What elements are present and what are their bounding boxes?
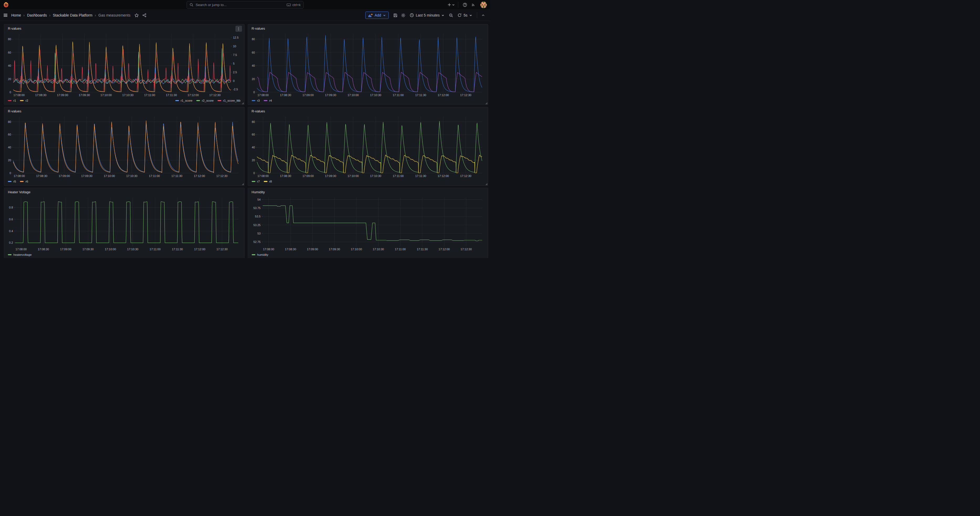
svg-text:17:08:30: 17:08:30 bbox=[280, 94, 291, 97]
svg-text:17:11:30: 17:11:30 bbox=[415, 174, 426, 177]
svg-text:17:08:30: 17:08:30 bbox=[35, 94, 46, 97]
legend-item-r1[interactable]: r1 bbox=[8, 99, 16, 102]
svg-text:17:11:00: 17:11:00 bbox=[144, 94, 155, 97]
legend-item-r2[interactable]: r2 bbox=[20, 99, 28, 102]
svg-text:17:10:00: 17:10:00 bbox=[347, 174, 359, 177]
add-button[interactable]: Add bbox=[365, 11, 389, 19]
legend-item-r3[interactable]: r3 bbox=[252, 99, 260, 102]
legend-item-r2_score[interactable]: r2_score bbox=[196, 99, 214, 102]
breadcrumb-separator: › bbox=[95, 13, 96, 18]
breadcrumb-current: Gas measurements bbox=[99, 13, 130, 18]
panel-title[interactable]: R-values bbox=[251, 108, 485, 115]
legend-swatch bbox=[252, 100, 255, 101]
add-button-label: Add bbox=[374, 13, 381, 18]
legend-item-r4[interactable]: r4 bbox=[264, 99, 272, 102]
legend-swatch bbox=[8, 254, 11, 255]
breadcrumb-folder[interactable]: Stackable Data Platform bbox=[53, 13, 92, 18]
top-navigation-bar: Search or jump to... ctrl+k bbox=[0, 0, 490, 10]
new-menu-button[interactable] bbox=[447, 1, 455, 8]
time-series-chart[interactable]: 17:08:0017:08:3017:09:0017:09:3017:10:00… bbox=[251, 195, 485, 252]
chart-legend: r5r6 bbox=[7, 178, 242, 185]
legend-item-heatervoltage[interactable]: heatervoltage bbox=[8, 253, 32, 256]
save-icon bbox=[393, 13, 398, 18]
panel-title[interactable]: Heater Voltage bbox=[7, 189, 242, 195]
hamburger-icon bbox=[3, 13, 8, 18]
legend-label: r8 bbox=[269, 180, 272, 183]
legend-item-r1_score_lttb[interactable]: r1_score_lttb bbox=[218, 99, 240, 102]
share-button[interactable] bbox=[141, 11, 148, 19]
legend-item-r5[interactable]: r5 bbox=[8, 180, 16, 183]
svg-text:0: 0 bbox=[233, 79, 235, 83]
panel-title[interactable]: R-values bbox=[7, 108, 242, 115]
chevron-down-icon bbox=[441, 14, 444, 17]
svg-text:0: 0 bbox=[10, 172, 11, 175]
panel-title[interactable]: R-values bbox=[7, 25, 242, 32]
panel-r-values-4: R-values 17:08:0017:08:3017:09:0017:09:3… bbox=[248, 107, 488, 186]
legend-item-r7[interactable]: r7 bbox=[252, 180, 260, 183]
svg-text:17:09:30: 17:09:30 bbox=[79, 94, 90, 97]
panel-menu-button[interactable] bbox=[235, 26, 242, 32]
chart-legend: r1r2r1_scorer2_scorer1_score_lttb bbox=[7, 97, 242, 104]
legend-label: r6 bbox=[25, 180, 28, 183]
save-dashboard-button[interactable] bbox=[392, 11, 399, 19]
gear-icon bbox=[401, 13, 406, 18]
collapse-toolbar-button[interactable] bbox=[480, 11, 487, 19]
legend-swatch bbox=[252, 254, 255, 255]
breadcrumb-home[interactable]: Home bbox=[11, 13, 21, 18]
legend-swatch bbox=[252, 181, 255, 182]
legend-item-r8[interactable]: r8 bbox=[264, 180, 272, 183]
panel-title[interactable]: R-values bbox=[251, 25, 485, 32]
svg-text:17:09:00: 17:09:00 bbox=[60, 248, 72, 251]
time-series-chart[interactable]: 17:08:0017:08:3017:09:0017:09:3017:10:00… bbox=[7, 195, 242, 252]
legend-swatch bbox=[20, 100, 24, 101]
svg-text:17:10:00: 17:10:00 bbox=[104, 174, 115, 177]
time-series-chart[interactable]: 17:08:0017:08:3017:09:0017:09:3017:10:00… bbox=[251, 115, 485, 178]
share-icon bbox=[142, 13, 146, 18]
svg-text:7.5: 7.5 bbox=[233, 53, 237, 56]
avatar[interactable] bbox=[480, 2, 487, 8]
svg-text:54: 54 bbox=[257, 198, 260, 201]
time-series-chart[interactable]: 17:08:0017:08:3017:09:0017:09:3017:10:00… bbox=[251, 32, 485, 97]
dashboard-settings-button[interactable] bbox=[400, 11, 407, 19]
svg-text:17:11:00: 17:11:00 bbox=[149, 174, 160, 177]
time-series-chart[interactable]: 17:08:0017:08:3017:09:0017:09:3017:10:00… bbox=[7, 115, 242, 178]
breadcrumb: Home › Dashboards › Stackable Data Platf… bbox=[11, 13, 130, 18]
svg-text:17:12:00: 17:12:00 bbox=[438, 174, 449, 177]
dashboard-toolbar: Home › Dashboards › Stackable Data Platf… bbox=[0, 10, 490, 21]
svg-text:2.5: 2.5 bbox=[233, 71, 237, 74]
svg-text:53.5: 53.5 bbox=[255, 215, 260, 218]
legend-label: heatervoltage bbox=[13, 253, 32, 256]
chart-legend: humidity bbox=[251, 252, 485, 258]
svg-text:17:10:30: 17:10:30 bbox=[370, 174, 381, 177]
zoom-out-button[interactable] bbox=[447, 11, 454, 19]
svg-text:17:11:30: 17:11:30 bbox=[172, 248, 183, 251]
grafana-logo[interactable] bbox=[3, 2, 10, 8]
favorite-button[interactable] bbox=[133, 11, 140, 19]
svg-text:-2.5: -2.5 bbox=[233, 88, 238, 91]
panel-title[interactable]: Humidity bbox=[251, 189, 485, 195]
svg-text:17:12:00: 17:12:00 bbox=[188, 94, 199, 97]
breadcrumb-dashboards[interactable]: Dashboards bbox=[27, 13, 47, 18]
time-range-picker[interactable]: Last 5 minutes bbox=[407, 11, 446, 19]
search-input[interactable]: Search or jump to... ctrl+k bbox=[187, 1, 304, 9]
svg-text:12.5: 12.5 bbox=[233, 36, 239, 40]
legend-label: r4 bbox=[269, 99, 272, 102]
refresh-interval-label: 5s bbox=[463, 13, 468, 18]
svg-text:20: 20 bbox=[252, 78, 255, 81]
svg-text:17:09:30: 17:09:30 bbox=[81, 174, 92, 177]
legend-item-humidity[interactable]: humidity bbox=[252, 253, 269, 256]
svg-text:17:10:30: 17:10:30 bbox=[126, 174, 137, 177]
panel-r-values-3: R-values 17:08:0017:08:3017:09:0017:09:3… bbox=[4, 107, 245, 186]
legend-item-r6[interactable]: r6 bbox=[20, 180, 28, 183]
refresh-picker[interactable]: 5s bbox=[455, 11, 474, 19]
help-button[interactable] bbox=[461, 1, 468, 8]
svg-text:17:12:30: 17:12:30 bbox=[460, 94, 471, 97]
legend-item-r1_score[interactable]: r1_score bbox=[175, 99, 192, 102]
legend-swatch bbox=[8, 181, 11, 182]
svg-text:0.4: 0.4 bbox=[9, 229, 13, 233]
svg-text:17:10:00: 17:10:00 bbox=[347, 94, 359, 97]
news-button[interactable] bbox=[470, 1, 477, 8]
svg-text:17:10:00: 17:10:00 bbox=[351, 248, 362, 251]
mega-menu-toggle[interactable] bbox=[3, 13, 8, 18]
time-series-chart[interactable]: 17:08:0017:08:3017:09:0017:09:3017:10:00… bbox=[7, 32, 242, 97]
